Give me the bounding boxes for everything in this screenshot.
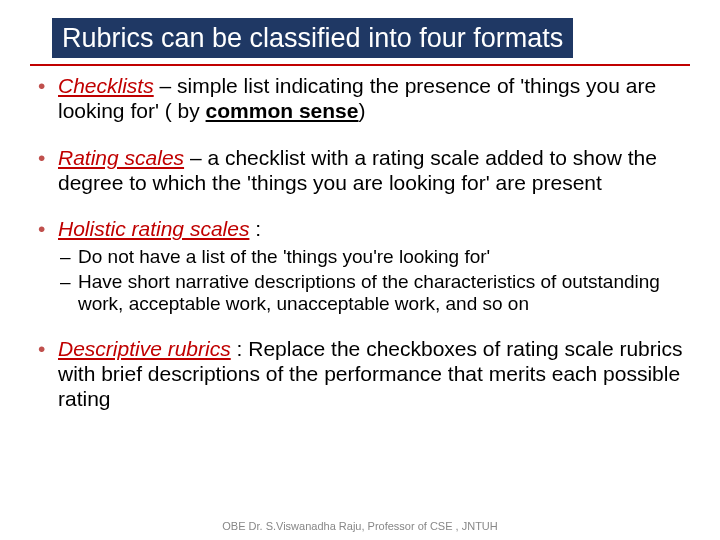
item-text: :	[249, 217, 261, 240]
term: Checklists	[58, 74, 154, 97]
list-item: Holistic rating scales : Do not have a l…	[30, 217, 690, 315]
sub-list: Do not have a list of the 'things you're…	[58, 246, 690, 315]
list-item: Descriptive rubrics : Replace the checkb…	[30, 337, 690, 411]
list-item: Checklists – simple list indicating the …	[30, 74, 690, 124]
term: Descriptive rubrics	[58, 337, 231, 360]
slide: Rubrics can be classified into four form…	[0, 0, 720, 540]
sub-item: Have short narrative descriptions of the…	[58, 271, 690, 316]
emphasis: common sense	[206, 99, 359, 122]
footer-text: OBE Dr. S.Viswanadha Raju, Professor of …	[0, 520, 720, 532]
sub-item: Do not have a list of the 'things you're…	[58, 246, 690, 268]
list-item: Rating scales – a checklist with a ratin…	[30, 146, 690, 196]
item-tail: )	[358, 99, 365, 122]
term: Rating scales	[58, 146, 184, 169]
term: Holistic rating scales	[58, 217, 249, 240]
accent-rule	[30, 64, 690, 66]
bullet-list: Checklists – simple list indicating the …	[30, 74, 690, 411]
slide-title: Rubrics can be classified into four form…	[52, 18, 573, 58]
